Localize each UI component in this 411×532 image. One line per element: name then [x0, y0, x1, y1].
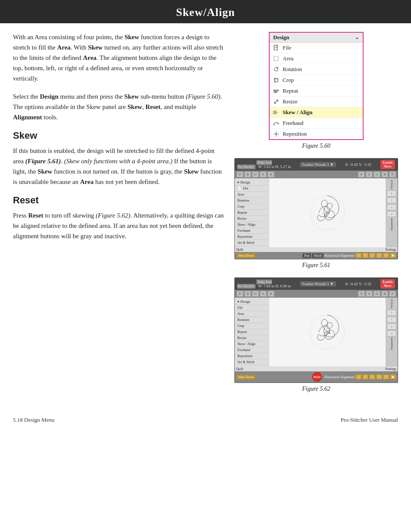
si-file: 📄 File [236, 186, 268, 192]
crop-icon [272, 76, 280, 84]
menu-item-resize[interactable]: Resize [270, 96, 363, 107]
ha-btn1: ◁ [355, 253, 361, 258]
tb-btn9: R [381, 171, 388, 177]
tb2-btn10: F [389, 291, 396, 297]
fig560-caption: Figure 5.60 [234, 143, 398, 149]
bot2-btns-left: Shut Down [237, 375, 255, 380]
svg-rect-13 [275, 91, 277, 93]
tb2-btn7: Z [366, 291, 373, 297]
stitch-btn: Stitch [312, 253, 324, 258]
tb-btn10: F [389, 171, 396, 177]
skew-icon [272, 109, 280, 116]
dropdown-arrow-icon: ⌄ [355, 34, 359, 41]
topbar-left-561: Baby lockPro-Stitcher W: 5.02 in H: 5.27… [237, 160, 291, 169]
svg-point-17 [274, 124, 275, 125]
menu-item-skew[interactable]: Skew / Align [270, 107, 363, 118]
screenshot-561: Baby lockPro-Stitcher W: 5.02 in H: 5.27… [234, 158, 398, 259]
tb2-btn3: U [252, 291, 259, 297]
vr-btn2: ↑ [387, 197, 396, 203]
si-design-label: Design [240, 180, 250, 184]
lower-sidebar-562: Quilt Settings [235, 367, 398, 371]
ha2-btn2: ☐ [362, 374, 368, 380]
menu-item-crop[interactable]: Crop [270, 75, 363, 86]
intro-paragraph1: With an Area consisting of four points, … [13, 32, 226, 84]
topbar-562: Baby lockPro-Stitcher W: 7.64 in H: 6.00… [235, 278, 398, 290]
si2-skew: Skew / Align [236, 341, 268, 347]
vertical-label: Vertical [390, 180, 393, 190]
shut-down-btn: Shut Down [237, 253, 255, 258]
dropdown-561: Feather Wreath 1 ▼ [300, 162, 336, 167]
menu-item-area[interactable]: Area [270, 53, 363, 64]
si-art-stitch-label: Art & Stitch [237, 241, 255, 245]
tb2-btn5: N [268, 291, 274, 297]
si-repeat-label: Repeat [237, 211, 247, 215]
svg-rect-6 [274, 78, 278, 82]
ha2-btn6: ▶ [390, 374, 396, 380]
canvas-561 [269, 178, 386, 247]
menu-item-rotation[interactable]: Rotation [270, 64, 363, 75]
fig562-caption: Figure 5.62 [234, 386, 398, 392]
ha-btn3: ☐ [369, 253, 375, 258]
main-area-562: ▾ Design File Area Rotation [235, 298, 398, 367]
si-design-icon: ▾ [237, 180, 239, 184]
sub-toolbar-561: P D U S N P Z G R F [235, 171, 398, 178]
skew-heading: Skew [13, 130, 226, 141]
footer-right: Pro-Stitcher User Manual [340, 417, 398, 423]
menu-item-file[interactable]: File [270, 43, 363, 53]
svg-point-18 [278, 123, 279, 124]
vr2-btn3: ↓ [387, 324, 396, 330]
page-footer: 5.18 Design Menu Pro-Stitcher User Manua… [0, 410, 411, 428]
si2-file: File [236, 305, 268, 311]
si2-design: ▾ Design [236, 299, 268, 305]
si-freehand: Freehand [236, 228, 268, 234]
menu-item-freehand-label: Freehand [283, 120, 303, 127]
figure-561: Baby lockPro-Stitcher W: 5.02 in H: 5.27… [234, 158, 398, 269]
tb2-btn8: G [374, 291, 380, 297]
menu-item-area-label: Area [283, 55, 293, 62]
tb-btn3: U [252, 171, 259, 177]
pan-btn: Pan [302, 253, 311, 258]
settings-label: Settings [385, 248, 396, 252]
si-design: ▾ Design [236, 180, 268, 186]
bottombar-562: Shut Down Reset Horizontal Alignment ◁ ☐… [235, 371, 398, 383]
ha-btn6: ▶ [390, 253, 396, 258]
main-area-561: ▾ Design 📄 File Area Rotation [235, 178, 398, 247]
svg-point-28 [329, 333, 330, 334]
rotation-icon [272, 65, 280, 73]
alignment-label: Alignment [390, 218, 393, 231]
ha2-btn1: ◁ [355, 374, 361, 380]
reposition-icon [272, 130, 280, 138]
reset-heading: Reset [13, 195, 226, 206]
vertical-label-562: Vertical [390, 299, 393, 309]
si-crop: Crop [236, 204, 268, 210]
intro-paragraph2: Select the Design menu and then press th… [13, 91, 226, 122]
si-reposition: Reposition [236, 234, 268, 240]
dropdown-562: Feather Wreath 1 ▼ [300, 281, 336, 286]
tb-btn7: Z [366, 171, 373, 177]
topbar-561: Baby lockPro-Stitcher W: 5.02 in H: 5.27… [235, 159, 398, 171]
svg-rect-12 [274, 91, 275, 93]
menu-item-freehand[interactable]: Freehand [270, 118, 363, 129]
svg-rect-0 [274, 45, 277, 50]
si2-crop: Crop [236, 323, 268, 329]
topbar-right-562: X: -0.42 Y: -3.32 [345, 282, 371, 286]
vr-btn4: ↔ [387, 211, 396, 217]
si2-reposition: Reposition [236, 353, 268, 359]
menu-item-repeat[interactable]: Repeat [270, 86, 363, 96]
menu-title-bar: Design ⌄ [270, 33, 363, 43]
svg-rect-10 [275, 90, 277, 91]
menu-item-skew-label: Skew / Align [283, 109, 312, 116]
tb2-btn6: P [358, 291, 365, 297]
ha2-btn5: ☐ [383, 374, 389, 380]
footer-left: 5.18 Design Menu [13, 417, 54, 423]
vr-btn3: ↓ [387, 204, 396, 210]
si-resize-label: Resize [237, 217, 246, 221]
si-skew-label: Skew / Align [237, 223, 255, 227]
hor-align-label: Horizontal Alignment [324, 254, 355, 258]
reset-circle-btn[interactable]: Reset [312, 372, 322, 382]
tb-btn6: P [358, 171, 365, 177]
si2-freehand: Freehand [236, 347, 268, 353]
tb2-btn4: S [260, 291, 267, 297]
menu-item-reposition[interactable]: Reposition [270, 129, 363, 139]
si2-rotation: Rotation [236, 317, 268, 323]
